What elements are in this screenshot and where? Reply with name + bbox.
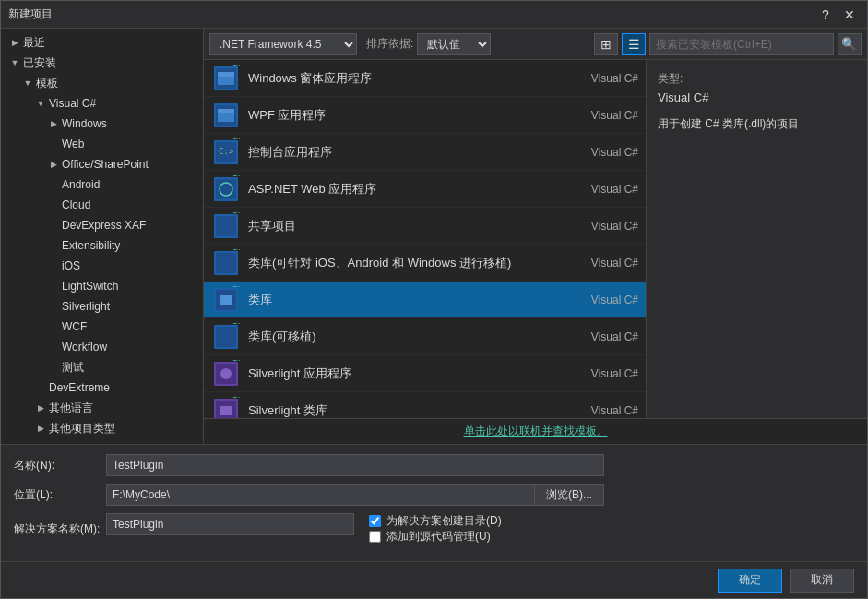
template-name-winforms: Windows 窗体应用程序 <box>248 70 565 87</box>
sidebar-item-devexpress[interactable]: DevExpress XAF <box>1 215 203 235</box>
sidebar-item-ios[interactable]: iOS <box>1 256 203 276</box>
bottom-buttons: 确定 取消 <box>1 561 867 598</box>
sidebar-label-workflow: Workflow <box>62 341 107 353</box>
search-input[interactable] <box>649 33 834 55</box>
svg-text:C:>: C:> <box>219 147 234 156</box>
template-lang-console: Visual C# <box>565 146 638 159</box>
sidebar-item-devextreme[interactable]: DevExtreme <box>1 377 203 398</box>
sidebar-item-wcf[interactable]: WCF <box>1 317 203 337</box>
sidebar-item-web[interactable]: Web <box>1 134 203 154</box>
sidebar-label-windows: Windows <box>62 117 107 130</box>
template-name-silverlight-class: Silverlight 类库 <box>248 402 565 419</box>
create-dir-checkbox[interactable] <box>369 515 381 527</box>
sidebar-item-visual-csharp[interactable]: Visual C# <box>1 93 203 114</box>
template-name-aspnet: ASP.NET Web 应用程序 <box>248 181 565 198</box>
template-lang-class-lib: Visual C# <box>565 294 638 306</box>
sidebar-item-other-lang[interactable]: 其他语言 <box>1 398 203 418</box>
template-icon-aspnet: C# <box>211 174 241 204</box>
template-row-portable-class2[interactable]: C#类库(可移植)Visual C# <box>204 318 646 355</box>
info-panel: 类型: Visual C# 用于创建 C# 类库(.dll)的项目 <box>646 60 867 418</box>
tree-arrow-templates <box>21 77 34 90</box>
template-row-aspnet[interactable]: C#ASP.NET Web 应用程序Visual C# <box>204 171 646 208</box>
svg-rect-3 <box>218 72 234 77</box>
sidebar-item-installed[interactable]: 已安装 <box>1 53 203 73</box>
template-lang-wpf: Visual C# <box>565 109 638 122</box>
sidebar-label-office: Office/SharePoint <box>62 158 149 171</box>
online-link[interactable]: 单击此处以联机并查找模板。 <box>464 424 608 439</box>
tree-arrow-other-proj <box>34 422 47 435</box>
tree-arrow-other-lang <box>34 401 47 414</box>
template-icon-portable-class2: C# <box>211 322 241 352</box>
sidebar-label-recent: 最近 <box>23 35 45 51</box>
template-row-wpf[interactable]: C#WPF 应用程序Visual C# <box>204 97 646 134</box>
sidebar-item-extensibility[interactable]: Extensibility <box>1 235 203 256</box>
svg-rect-22 <box>216 253 236 273</box>
sidebar-item-cloud[interactable]: Cloud <box>1 195 203 215</box>
sidebar-label-silverlight: Silverlight <box>62 300 110 313</box>
template-row-class-lib[interactable]: C#类库Visual C# <box>204 282 646 318</box>
sidebar-item-android[interactable]: Android <box>1 174 203 195</box>
sidebar-label-other-lang: 其他语言 <box>49 401 93 416</box>
sidebar-label-extensibility: Extensibility <box>62 239 120 252</box>
sidebar-item-lightswitch[interactable]: LightSwitch <box>1 276 203 296</box>
sidebar-label-web: Web <box>62 138 84 150</box>
template-lang-aspnet: Visual C# <box>565 183 638 196</box>
name-input[interactable] <box>106 454 604 476</box>
grid-view-button[interactable]: ⊞ <box>594 33 618 55</box>
info-type-label: 类型: <box>658 71 856 87</box>
tree-arrow-installed <box>8 56 21 69</box>
sidebar-item-recent[interactable]: 最近 <box>1 32 203 53</box>
title-bar-buttons: ? ✕ <box>815 5 860 25</box>
svg-text:C#: C# <box>232 65 240 66</box>
svg-text:C#: C# <box>232 360 240 362</box>
help-button[interactable]: ? <box>815 5 836 25</box>
template-row-winforms[interactable]: C#Windows 窗体应用程序Visual C# <box>204 60 646 97</box>
location-input[interactable] <box>106 484 535 506</box>
ok-button[interactable]: 确定 <box>718 569 782 593</box>
sidebar-label-other-proj: 其他项目类型 <box>49 421 115 437</box>
cancel-button[interactable]: 取消 <box>790 569 854 593</box>
sidebar-item-windows[interactable]: Windows <box>1 114 203 134</box>
template-row-shared[interactable]: C#共享项目Visual C# <box>204 208 646 245</box>
sidebar-item-test[interactable]: 测试 <box>1 357 203 377</box>
svg-text:C#: C# <box>232 249 240 251</box>
template-name-wpf: WPF 应用程序 <box>248 107 565 124</box>
sidebar-item-templates[interactable]: 模板 <box>1 73 203 93</box>
template-row-portable-class[interactable]: C#类库(可针对 iOS、Android 和 Windows 进行移植)Visu… <box>204 245 646 282</box>
sort-label: 排序依据: <box>366 36 413 52</box>
title-bar: 新建项目 ? ✕ <box>1 1 867 29</box>
solution-input[interactable] <box>106 513 354 535</box>
close-button[interactable]: ✕ <box>839 5 860 25</box>
svg-rect-19 <box>216 216 236 236</box>
checkbox-create-dir-row: 为解决方案创建目录(D) <box>369 513 604 529</box>
sidebar-item-silverlight[interactable]: Silverlight <box>1 296 203 317</box>
template-row-silverlight-app[interactable]: C#Silverlight 应用程序Visual C# <box>204 355 646 392</box>
template-row-silverlight-class[interactable]: C#Silverlight 类库Visual C# <box>204 392 646 418</box>
template-icon-wpf: C# <box>211 101 241 130</box>
sidebar-item-workflow[interactable]: Workflow <box>1 337 203 357</box>
template-icon-console: C:>C# <box>211 138 241 167</box>
template-icon-silverlight-app: C# <box>211 359 241 389</box>
template-lang-shared: Visual C# <box>565 220 638 233</box>
template-area: C#Windows 窗体应用程序Visual C#C#WPF 应用程序Visua… <box>204 60 867 418</box>
svg-rect-29 <box>216 327 236 347</box>
source-control-checkbox[interactable] <box>369 531 381 543</box>
dialog-title: 新建项目 <box>8 6 815 22</box>
svg-rect-26 <box>220 295 232 305</box>
browse-button[interactable]: 浏览(B)... <box>535 484 604 506</box>
search-button[interactable]: 🔍 <box>838 33 862 55</box>
svg-rect-8 <box>218 109 234 113</box>
tree-arrow-windows <box>47 117 60 130</box>
framework-select[interactable]: .NET Framework 4.5 <box>209 33 357 55</box>
sort-select[interactable]: 默认值 <box>417 33 491 55</box>
info-description: 用于创建 C# 类库(.dll)的项目 <box>658 115 856 132</box>
sidebar-item-office[interactable]: Office/SharePoint <box>1 154 203 174</box>
sidebar-item-other-proj[interactable]: 其他项目类型 <box>1 418 203 438</box>
list-view-button[interactable]: ☰ <box>622 33 646 55</box>
svg-rect-37 <box>220 406 232 415</box>
svg-text:C#: C# <box>232 175 240 177</box>
template-name-portable-class: 类库(可针对 iOS、Android 和 Windows 进行移植) <box>248 255 565 271</box>
sidebar-label-devextreme: DevExtreme <box>49 381 110 394</box>
template-row-console[interactable]: C:>C#控制台应用程序Visual C# <box>204 134 646 171</box>
toolbar: .NET Framework 4.5 排序依据: 默认值 ⊞ ☰ 🔍 <box>204 29 867 60</box>
